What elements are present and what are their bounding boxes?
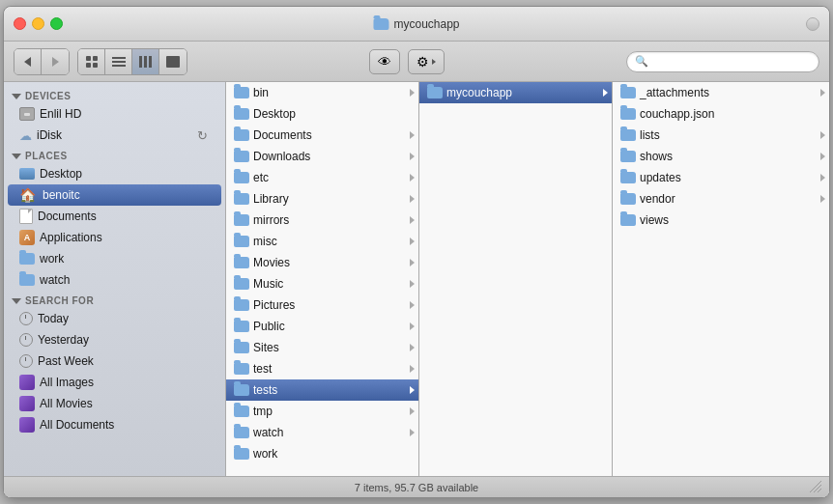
pane2-items: mycouchapp [419,82,612,103]
pane-item-label: misc [253,235,406,248]
folder-icon [620,172,636,183]
sidebar-item-all-documents[interactable]: All Documents [4,414,225,435]
sidebar-item-label: Today [38,312,69,325]
nav-buttons [14,48,70,75]
pane-item[interactable]: tests [226,379,418,401]
folder-icon [620,129,636,141]
app-icon [19,230,35,245]
sidebar: DEVICES Enlil HD ☁ iDisk ↻ PLACES Deskto… [4,82,226,476]
pane-item[interactable]: Movies [226,252,418,273]
sidebar-item-label: iDisk [37,128,62,142]
maximize-button[interactable] [50,17,63,30]
main-area: DEVICES Enlil HD ☁ iDisk ↻ PLACES Deskto… [4,82,829,476]
chevron-right-icon [410,429,415,436]
devices-header: DEVICES [25,91,71,101]
search-toggle-icon [12,298,21,304]
sidebar-item-watch[interactable]: watch [4,269,225,291]
pane-item[interactable]: Library [226,188,418,210]
list-view-button[interactable] [105,49,132,74]
search-section-header: SEARCH FOR [4,291,225,308]
cover-flow-icon [166,56,180,68]
pane-item[interactable]: Pictures [226,294,418,316]
pane3-items: _attachmentscouchapp.jsonlistsshowsupdat… [613,82,829,231]
column-view-button[interactable] [132,49,159,74]
back-button[interactable] [14,49,42,74]
traffic-lights [14,17,63,30]
pane-item[interactable]: tmp [226,401,418,422]
pane-item[interactable]: vendor [613,188,829,210]
sidebar-item-work[interactable]: work [4,248,225,269]
resize-handle[interactable] [810,481,821,494]
preview-button[interactable]: 👁 [369,49,400,74]
refresh-icon: ↻ [197,128,215,143]
pane-item[interactable]: couchapp.json [613,103,829,125]
pane-item[interactable]: etc [226,167,418,188]
home-icon: 🏠 [19,187,36,203]
time-icon [19,312,33,325]
gear-dropdown-arrow [432,59,436,65]
pane-item-label: tmp [253,405,406,418]
folder-icon [234,236,249,247]
sidebar-item-idisk[interactable]: ☁ iDisk ↻ [4,125,225,146]
pane-item[interactable]: Sites [226,337,418,358]
finder-window: mycouchapp [3,6,830,498]
close-button[interactable] [14,17,26,30]
search-input[interactable] [652,56,811,68]
chevron-right-icon [410,322,415,330]
sidebar-item-documents[interactable]: Documents [4,206,225,227]
pane-item[interactable]: updates [613,167,829,188]
pane-item[interactable]: test [226,358,418,379]
content-area: binDesktopDocumentsDownloadsetcLibrarymi… [226,82,829,476]
pane-item-label: watch [253,426,406,439]
window-title: mycouchapp [373,17,459,31]
pane-item[interactable]: mycouchapp [419,82,612,103]
chevron-right-icon [410,174,415,182]
svg-line-2 [818,489,821,492]
minimize-button[interactable] [32,17,44,30]
view-mode-buttons [77,48,187,75]
pane-item[interactable]: work [226,443,418,464]
pane-item-label: _attachments [640,86,817,99]
sidebar-item-desktop[interactable]: Desktop [4,163,225,184]
action-button[interactable]: ⚙ [408,49,445,74]
forward-button[interactable] [42,49,69,74]
pane-item-label: Downloads [253,150,406,163]
sidebar-item-label: All Documents [40,418,114,432]
pane-item[interactable]: _attachments [613,82,829,103]
pane-item[interactable]: Desktop [226,103,418,125]
pane-item-label: Sites [253,341,406,354]
sidebar-item-enlilhd[interactable]: Enlil HD [4,103,225,125]
titlebar: mycouchapp [4,7,829,42]
sidebar-item-today[interactable]: Today [4,308,225,329]
pane-item[interactable]: Documents [226,125,418,146]
pane-item[interactable]: lists [613,125,829,146]
icon-view-button[interactable] [78,49,105,74]
hdd-icon [19,107,35,121]
folder-icon [234,278,249,290]
sidebar-item-benoitc[interactable]: 🏠 benoitc [8,184,221,206]
pane-item[interactable]: Music [226,273,418,294]
pane-item[interactable]: Public [226,316,418,337]
collapse-button[interactable] [806,17,819,31]
pane-item[interactable]: misc [226,231,418,252]
pane-item[interactable]: mirrors [226,210,418,231]
folder-icon [234,172,249,183]
devices-toggle-icon [12,94,21,99]
back-arrow-icon [24,57,31,67]
pane-item-label: mirrors [253,213,406,227]
sidebar-item-all-images[interactable]: All Images [4,372,225,393]
cover-flow-button[interactable] [159,49,187,74]
pane-item[interactable]: views [613,210,829,231]
pane-item[interactable]: bin [226,82,418,103]
pane-item[interactable]: shows [613,146,829,167]
sidebar-item-past-week[interactable]: Past Week [4,350,225,372]
sidebar-item-applications[interactable]: Applications [4,227,225,248]
pane-item[interactable]: watch [226,422,418,443]
sidebar-item-all-movies[interactable]: All Movies [4,393,225,414]
folder-icon [234,448,249,460]
sidebar-item-label: Enlil HD [40,107,81,121]
folder-icon [234,299,249,311]
chevron-right-icon [410,238,415,245]
pane-item[interactable]: Downloads [226,146,418,167]
sidebar-item-yesterday[interactable]: Yesterday [4,329,225,350]
